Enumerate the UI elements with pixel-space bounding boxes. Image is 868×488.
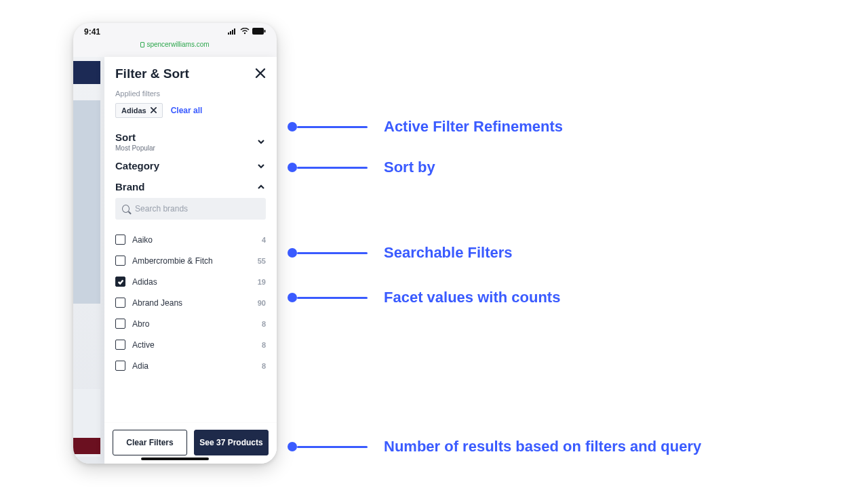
annotation: Number of results based on filters and q… xyxy=(288,438,701,455)
checkbox[interactable] xyxy=(115,256,125,266)
chevron-down-icon xyxy=(256,137,266,146)
sort-section: Sort Most Popular xyxy=(104,125,277,157)
status-icons xyxy=(228,27,266,37)
annotation-line xyxy=(297,167,368,169)
status-bar: 9:41 xyxy=(73,23,277,41)
home-indicator xyxy=(141,458,209,460)
category-title: Category xyxy=(115,160,159,171)
checkbox[interactable] xyxy=(115,319,125,329)
brand-header[interactable]: Brand xyxy=(115,181,266,192)
applied-filters: Applied filters Adidas Clear all xyxy=(104,85,277,125)
annotation-dot-icon xyxy=(288,442,297,451)
clear-all-link[interactable]: Clear all xyxy=(171,106,203,115)
annotation-label: Sort by xyxy=(384,159,435,176)
svg-rect-1 xyxy=(230,31,231,35)
svg-rect-6 xyxy=(264,30,266,33)
annotation-dot-icon xyxy=(288,122,297,131)
sort-selected: Most Popular xyxy=(115,144,155,152)
facet-label: Adia xyxy=(132,361,149,371)
annotation-line xyxy=(297,126,368,128)
annotation-label: Active Filter Refinements xyxy=(384,118,563,136)
clear-filters-button[interactable]: Clear Filters xyxy=(113,430,187,455)
facet-row[interactable]: Abro 8 xyxy=(115,313,266,334)
annotation-dot-icon xyxy=(288,163,297,172)
phone-frame: 9:41 spencerwilliams.com Filter & Sort A… xyxy=(73,23,277,464)
facet-label: Adidas xyxy=(132,277,157,287)
filter-sort-panel: Filter & Sort Applied filters Adidas Cle… xyxy=(104,57,277,464)
annotation-dot-icon xyxy=(288,248,297,258)
filter-chip[interactable]: Adidas xyxy=(115,103,163,118)
annotation-label: Searchable Filters xyxy=(384,244,513,262)
facet-count: 8 xyxy=(262,341,266,349)
brand-section: Brand xyxy=(104,177,277,192)
annotation-label: Number of results based on filters and q… xyxy=(384,438,701,455)
annotation: Searchable Filters xyxy=(288,244,513,262)
facet-label: Abrand Jeans xyxy=(132,298,182,308)
checkbox[interactable] xyxy=(115,298,125,308)
status-time: 9:41 xyxy=(84,27,100,37)
facet-count: 4 xyxy=(262,236,266,244)
facet-row[interactable]: Adidas 19 xyxy=(115,271,266,292)
battery-icon xyxy=(252,27,266,37)
facet-count: 8 xyxy=(262,362,266,370)
brand-facet-list: Aaiko 4 Ambercrombie & Fitch 55 Adidas 1… xyxy=(104,220,277,422)
facet-count: 90 xyxy=(258,299,266,307)
annotation-dot-icon xyxy=(288,293,297,302)
close-icon[interactable] xyxy=(255,68,266,81)
filter-chip-label: Adidas xyxy=(121,106,146,115)
chip-remove-icon[interactable] xyxy=(151,106,157,115)
checkbox[interactable] xyxy=(115,235,125,245)
facet-label: Ambercrombie & Fitch xyxy=(132,256,213,266)
svg-rect-2 xyxy=(232,30,233,35)
svg-rect-3 xyxy=(234,28,235,35)
sort-title: Sort xyxy=(115,131,155,143)
annotation-label: Facet values with counts xyxy=(384,289,560,306)
facet-label: Abro xyxy=(132,319,149,329)
brand-search-input[interactable] xyxy=(135,204,259,214)
facet-count: 55 xyxy=(258,257,266,265)
url-bar: spencerwilliams.com xyxy=(73,41,277,51)
category-header[interactable]: Category xyxy=(115,160,266,171)
brand-search[interactable] xyxy=(115,198,266,220)
category-section: Category xyxy=(104,157,277,177)
applied-filters-label: Applied filters xyxy=(115,89,266,98)
svg-rect-5 xyxy=(252,28,264,35)
cellular-icon xyxy=(228,27,237,37)
annotation-line xyxy=(297,252,368,254)
facet-row[interactable]: Ambercrombie & Fitch 55 xyxy=(115,250,266,271)
brand-title: Brand xyxy=(115,181,144,192)
facet-row[interactable]: Abrand Jeans 90 xyxy=(115,292,266,313)
chevron-down-icon xyxy=(256,161,266,171)
wifi-icon xyxy=(240,27,250,37)
facet-label: Active xyxy=(132,340,155,350)
facet-count: 19 xyxy=(258,278,266,286)
chevron-up-icon xyxy=(256,182,266,192)
lock-icon xyxy=(140,42,144,47)
checkbox-checked[interactable] xyxy=(115,277,125,287)
svg-rect-0 xyxy=(228,33,229,35)
annotation: Active Filter Refinements xyxy=(288,118,563,136)
annotation-line xyxy=(297,297,368,299)
svg-point-4 xyxy=(244,33,245,34)
panel-title: Filter & Sort xyxy=(115,66,189,81)
checkbox[interactable] xyxy=(115,340,125,350)
annotation: Sort by xyxy=(288,159,435,176)
facet-row[interactable]: Aaiko 4 xyxy=(115,229,266,250)
url-domain: spencerwilliams.com xyxy=(146,41,209,48)
see-products-button[interactable]: See 37 Products xyxy=(194,430,269,455)
search-icon xyxy=(122,205,130,213)
annotation: Facet values with counts xyxy=(288,289,560,306)
annotation-line xyxy=(297,446,368,448)
facet-row[interactable]: Active 8 xyxy=(115,334,266,355)
facet-row[interactable]: Adia 8 xyxy=(115,355,266,376)
facet-label: Aaiko xyxy=(132,235,153,245)
checkbox[interactable] xyxy=(115,361,125,371)
facet-count: 8 xyxy=(262,320,266,328)
sort-header[interactable]: Sort Most Popular xyxy=(115,131,266,152)
